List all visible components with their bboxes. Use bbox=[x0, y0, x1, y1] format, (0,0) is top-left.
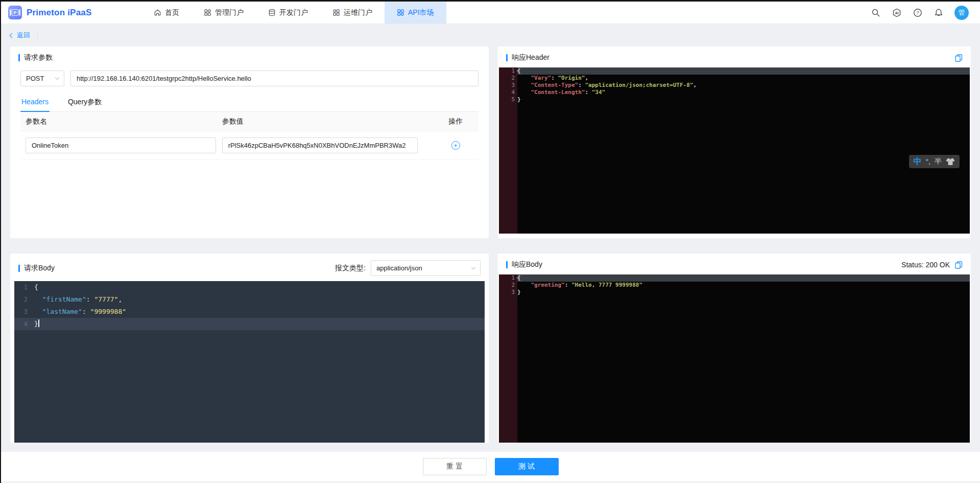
nav-item-label: API市场 bbox=[408, 8, 434, 17]
url-input[interactable] bbox=[70, 71, 479, 86]
navbar-actions: AI ? 管 bbox=[871, 2, 980, 24]
divider bbox=[37, 31, 38, 39]
test-button[interactable]: 测 试 bbox=[495, 458, 559, 475]
copy-icon[interactable] bbox=[955, 54, 963, 62]
tab-query-params[interactable]: Query参数 bbox=[67, 95, 103, 111]
grid-icon bbox=[397, 9, 404, 16]
status-badge: Status: 200 OK bbox=[901, 261, 950, 269]
home-icon bbox=[154, 9, 161, 16]
svg-text:AI: AI bbox=[895, 11, 899, 14]
response-body-panel: 响应Body Status: 200 OK 1▾23{ "greeting": … bbox=[498, 254, 971, 443]
chevron-left-icon bbox=[10, 33, 15, 38]
nav-menu: 首页 管理门户 开发门户 运维门户 API市场 bbox=[141, 2, 446, 24]
param-table-header: 参数名 参数值 操作 bbox=[20, 112, 479, 131]
response-header-title: 响应Header bbox=[512, 53, 549, 62]
request-body-title: 请求Body bbox=[24, 264, 55, 273]
nav-item-ops-portal[interactable]: 运维门户 bbox=[320, 2, 385, 24]
brand-name: Primeton iPaaS bbox=[27, 8, 92, 18]
nav-item-label: 管理门户 bbox=[215, 8, 244, 17]
stack-icon bbox=[268, 9, 276, 16]
request-body-editor[interactable]: 1{2 "firstName": "7777",3 "lastName": "9… bbox=[14, 281, 485, 443]
tab-headers[interactable]: Headers bbox=[20, 95, 50, 111]
ime-language-indicator: 中 bbox=[914, 156, 922, 167]
ime-width-indicator: 半 bbox=[935, 157, 942, 166]
grid-icon bbox=[204, 9, 211, 16]
top-navbar: P Primeton iPaaS 首页 管理门户 开发门户 运维门户 API市场 bbox=[1, 2, 980, 24]
param-tabs: Headers Query参数 bbox=[20, 95, 479, 112]
ime-punctuation-indicator: °, bbox=[926, 157, 931, 166]
add-param-icon[interactable]: + bbox=[451, 141, 460, 150]
response-header-panel: 响应Header 1▾2345{ "Vary": "Origin", "Cont… bbox=[498, 47, 971, 238]
method-select[interactable]: POST bbox=[20, 71, 64, 86]
response-body-title: 响应Body bbox=[512, 260, 542, 269]
ime-status-bar[interactable]: 中 °, 半 bbox=[909, 155, 960, 168]
nav-item-label: 运维门户 bbox=[344, 8, 372, 17]
nav-item-admin-portal[interactable]: 管理门户 bbox=[192, 2, 256, 24]
param-value-input[interactable] bbox=[222, 137, 418, 153]
grid-icon bbox=[332, 9, 340, 16]
content-type-label: 报文类型: bbox=[335, 264, 366, 273]
nav-item-api-market[interactable]: API市场 bbox=[385, 2, 446, 24]
chevron-down-icon bbox=[471, 265, 475, 269]
content-type-select[interactable]: application/json bbox=[371, 260, 481, 276]
nav-item-home[interactable]: 首页 bbox=[141, 2, 192, 24]
ime-skin-icon bbox=[946, 157, 955, 166]
col-header-value: 参数值 bbox=[222, 117, 433, 126]
title-bar-accent bbox=[18, 54, 20, 61]
back-label: 返回 bbox=[17, 31, 30, 40]
back-button[interactable]: 返回 bbox=[10, 31, 30, 40]
nav-item-dev-portal[interactable]: 开发门户 bbox=[256, 2, 320, 24]
bell-icon[interactable] bbox=[934, 8, 944, 18]
app-logo-icon: P bbox=[8, 6, 22, 19]
col-header-name: 参数名 bbox=[20, 117, 222, 126]
content-type-value: application/json bbox=[376, 264, 422, 272]
param-table-row: + bbox=[20, 131, 479, 160]
method-value: POST bbox=[26, 75, 44, 82]
brand: P Primeton iPaaS bbox=[1, 2, 118, 24]
request-params-panel: 请求参数 POST Headers Query参数 参数名 参数值 操作 bbox=[10, 47, 489, 238]
request-body-panel: 请求Body 报文类型: application/json 1{2 "first… bbox=[10, 254, 489, 443]
nav-item-label: 首页 bbox=[165, 8, 179, 17]
copy-icon[interactable] bbox=[955, 261, 963, 269]
request-params-title: 请求参数 bbox=[24, 53, 53, 62]
ai-assistant-icon[interactable]: AI bbox=[892, 8, 902, 18]
title-bar-accent bbox=[18, 265, 20, 272]
search-icon[interactable] bbox=[871, 8, 881, 18]
action-footer: 重 置 测 试 bbox=[1, 452, 980, 481]
response-header-editor[interactable]: 1▾2345{ "Vary": "Origin", "Content-Type"… bbox=[499, 67, 970, 234]
breadcrumb-row: 返回 bbox=[1, 24, 980, 47]
nav-item-label: 开发门户 bbox=[279, 8, 308, 17]
col-header-action: 操作 bbox=[433, 117, 479, 126]
title-bar-accent bbox=[506, 261, 508, 268]
response-body-editor[interactable]: 1▾23{ "greeting": "Hello, 7777 9999988"} bbox=[499, 274, 970, 443]
title-bar-accent bbox=[506, 54, 508, 61]
param-name-input[interactable] bbox=[26, 137, 216, 153]
chevron-down-icon bbox=[55, 76, 59, 80]
reset-button[interactable]: 重 置 bbox=[423, 458, 487, 475]
user-avatar[interactable]: 管 bbox=[954, 6, 969, 20]
help-icon[interactable]: ? bbox=[913, 8, 923, 18]
svg-text:?: ? bbox=[916, 10, 919, 15]
